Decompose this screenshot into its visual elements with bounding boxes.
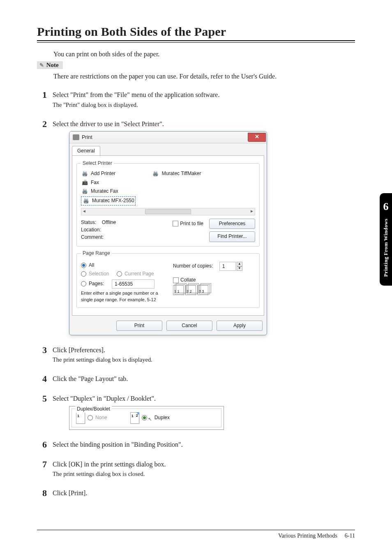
page-range-legend: Page Range [81, 250, 112, 257]
printer-list-scrollbar[interactable]: ◄ ► [81, 208, 255, 215]
radio-pages[interactable]: Pages: [89, 280, 104, 287]
step-5-text: Select "Duplex" in "Duplex / Booklet". [53, 394, 224, 403]
page-mini-none: 1 [76, 412, 85, 424]
cancel-button[interactable]: Cancel [166, 321, 212, 331]
close-button[interactable]: ✕ [248, 133, 266, 142]
radio-dot-none [88, 415, 93, 420]
scroll-left-icon: ◄ [82, 208, 86, 215]
pages-input[interactable]: 1-65535 [112, 279, 154, 289]
collate-stack-2: 2 2 [185, 285, 196, 295]
duplex-legend: Duplex/Booklet [75, 406, 112, 413]
step-number-7: 7 [37, 459, 47, 478]
group-page-range: Page Range All Selection [76, 250, 260, 308]
radio-dot-pages [81, 281, 86, 286]
num-copies-spinner[interactable]: 1 ▲ ▼ [219, 262, 242, 271]
muratec-fax-icon: 🖨️ [81, 188, 88, 195]
pencil-icon: ✎ [39, 62, 44, 68]
num-copies-label: Number of copies: [173, 263, 213, 270]
status-label: Status: [81, 219, 96, 225]
step-number-4: 4 [37, 374, 47, 384]
status-value: Offline [102, 219, 116, 225]
collate-checkbox[interactable]: Collate [173, 277, 255, 284]
step-1-text: Select "Print" from the "File" menu of t… [53, 90, 219, 99]
radio-current-page[interactable]: Current Page [125, 270, 154, 277]
cursor-icon: ↖ [148, 416, 152, 423]
page-mini-duplex: 1 2 [130, 412, 139, 424]
step-3-sub: The print settings dialog box is display… [53, 355, 152, 364]
select-printer-legend: Select Printer [81, 160, 114, 167]
fax-icon: 📠 [81, 179, 88, 186]
radio-dot-selection [81, 271, 86, 277]
collate-stack-3: 3 3 [198, 285, 208, 295]
scroll-right-icon: ► [250, 208, 254, 215]
step-number-1: 1 [37, 90, 47, 109]
step-number-5: 5 [37, 394, 47, 429]
collate-illustration: 1 1 2 2 3 3 [173, 285, 255, 295]
heading-rule [37, 40, 355, 43]
intro-text: You can print on both sides of the paper… [53, 49, 355, 59]
collate-box [173, 277, 179, 283]
add-printer-label: Add Printer [91, 170, 115, 177]
step-7-text: Click [OK] in the print settings dialog … [53, 459, 166, 469]
duplex-opt-none[interactable]: 1 None [76, 412, 107, 424]
radio-dot-currentpage [117, 271, 122, 277]
spin-down-icon[interactable]: ▼ [237, 266, 242, 271]
note-badge: ✎ Note [37, 61, 63, 69]
printer-add-printer[interactable]: 🖨️ Add Printer [81, 170, 136, 177]
print-to-file-label: Print to file [180, 220, 203, 227]
preferences-button[interactable]: Preferences [209, 219, 255, 229]
print-dialog: Print ✕ General Select Printer [69, 131, 267, 335]
group-select-printer: Select Printer 🖨️ Add Printer 📠 [76, 160, 260, 247]
step-6-text: Select the binding position in "Binding … [53, 440, 183, 449]
apply-button[interactable]: Apply [217, 321, 263, 331]
step-1-sub: The "Print" dialog box is displayed. [53, 101, 219, 109]
step-number-3: 3 [37, 345, 47, 364]
radio-selection[interactable]: Selection [89, 270, 109, 277]
chapter-number: 6 [383, 201, 389, 213]
tiffmaker-icon: 🖨️ [152, 170, 159, 177]
comment-label: Comment: [81, 233, 116, 241]
none-label: None [95, 414, 107, 421]
title-bar: Print ✕ [69, 132, 267, 143]
step-3-text: Click [Preferences]. [53, 345, 152, 355]
radio-all-label: All [89, 262, 94, 269]
note-label: Note [46, 62, 59, 68]
step-8-text: Click [Print]. [53, 488, 87, 498]
pages-hint: Enter either a single page number or a s… [81, 290, 163, 303]
footer-page-number: 6-11 [345, 533, 355, 539]
num-copies-value: 1 [219, 262, 236, 271]
scroll-thumb[interactable] [145, 209, 191, 214]
printer-muratec-fax[interactable]: 🖨️ Muratec Fax [81, 188, 136, 195]
step-number-8: 8 [37, 488, 47, 498]
tab-general[interactable]: General [72, 146, 100, 156]
dialog-title: Print [82, 134, 92, 141]
step-7-sub: The print settings dialog box is closed. [53, 470, 166, 478]
printer-fax[interactable]: 📠 Fax [81, 179, 136, 186]
radio-dot-duplex [142, 415, 147, 420]
printer-tiffmaker[interactable]: 🖨️ Muratec TiffMaker [152, 170, 201, 177]
step-2-text: Select the driver to use in "Select Prin… [53, 119, 267, 129]
footer-section: Various Printing Methods [278, 533, 337, 539]
muratec-fax-label: Muratec Fax [91, 188, 118, 195]
tiffmaker-label: Muratec TiffMaker [162, 170, 201, 177]
duplex-label: Duplex [154, 414, 170, 421]
radio-dot-all [81, 263, 86, 268]
printer-icon [73, 134, 79, 140]
find-printer-button[interactable]: Find Printer... [209, 231, 255, 242]
page-heading: Printing on Both Sides of the Paper [37, 25, 355, 39]
chapter-label: Printing From Windows [383, 219, 389, 277]
muratec-mfx-label: Muratec MFX-2550 [92, 197, 134, 204]
checkbox-box [173, 221, 178, 226]
tab-strip: General [69, 143, 267, 156]
printer-muratec-mfx-selected[interactable]: 🖨️ Muratec MFX-2550 [81, 196, 136, 205]
page-footer: Various Printing Methods 6-11 [37, 530, 355, 539]
collate-stack-1: 1 1 [173, 285, 184, 295]
print-button[interactable]: Print [116, 321, 162, 331]
step-number-6: 6 [37, 440, 47, 450]
spin-up-icon[interactable]: ▲ [237, 262, 242, 266]
duplex-opt-duplex[interactable]: 1 2 ↖ Duplex [130, 412, 170, 424]
duplex-booklet-panel: Duplex/Booklet 1 None 1 2 [69, 406, 224, 430]
muratec-mfx-icon: 🖨️ [82, 197, 90, 204]
print-to-file-checkbox[interactable]: Print to file [173, 220, 203, 227]
radio-all[interactable]: All [81, 262, 163, 269]
